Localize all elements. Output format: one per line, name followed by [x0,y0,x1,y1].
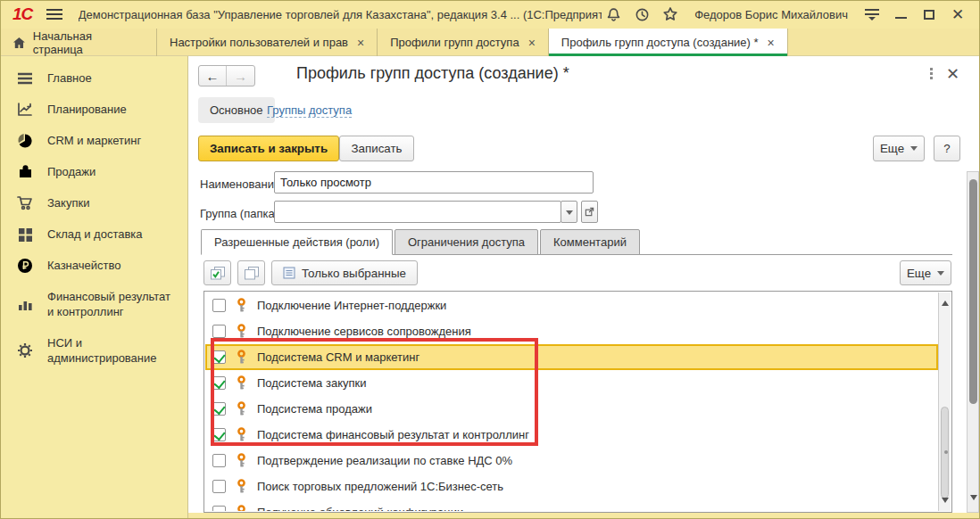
bar-chart-icon [16,297,34,311]
close-tab-icon[interactable]: × [357,36,364,50]
role-checkbox[interactable] [212,506,226,511]
sidebar-item-admin[interactable]: НСИ и администрирование [0,327,187,374]
sidebar-item-main[interactable]: Главное [0,62,187,94]
role-row-selected[interactable]: Подсистема CRM и маркетинг [205,344,938,370]
scroll-down-icon[interactable] [970,495,977,504]
roles-list: Подключение Интернет-поддержки Подключен… [203,291,952,513]
role-label: Подтверждение реализации по ставке НДС 0… [257,454,512,467]
main-menu-icon[interactable] [46,9,62,20]
service-menu-icon[interactable] [860,4,884,24]
save-and-close-button[interactable]: Записать и закрыть [198,136,339,161]
tab-allowed-actions[interactable]: Разрешенные действия (роли) [201,229,393,255]
group-input[interactable] [274,201,561,223]
role-checkbox[interactable] [212,402,226,416]
close-tab-icon[interactable]: × [528,36,536,50]
role-label: Подсистема продажи [257,402,372,416]
tab-comment[interactable]: Комментарий [540,229,640,255]
more-kebab-icon[interactable] [925,68,937,84]
role-checkbox[interactable] [212,325,226,338]
role-checkbox[interactable] [212,480,226,493]
window-titlebar: 1С Демонстрационная база "Управление тор… [0,0,980,29]
role-label: Подключение Интернет-поддержки [257,299,446,312]
tab-access-profile-new[interactable]: Профиль групп доступа (создание) * × [549,29,788,56]
scroll-up-icon[interactable] [942,297,949,306]
key-icon [236,375,247,391]
menu-lines-icon [16,72,34,85]
role-row[interactable]: Подтверждение реализации по ставке НДС 0… [205,448,938,474]
forward-button[interactable]: → [227,66,254,86]
home-icon [12,37,26,49]
open-form-icon [585,207,594,217]
bag-icon [16,164,34,179]
favorites-star-icon[interactable] [659,4,682,24]
key-icon [236,427,247,442]
role-row[interactable]: Подсистема продажи [205,396,938,422]
close-window-button[interactable]: ✕ [946,4,969,24]
role-label: Подсистема закупки [257,376,366,390]
list-scrollbar-thumb[interactable] [941,407,949,498]
minimize-button[interactable] [889,4,912,24]
key-icon [236,453,247,468]
tab-access-restrictions[interactable]: Ограничения доступа [394,229,538,255]
scroll-down-icon[interactable] [942,498,949,507]
tab-access-profiles[interactable]: Профили групп доступа × [378,29,549,56]
group-open-button[interactable] [581,201,598,223]
key-icon [236,324,247,339]
save-button[interactable]: Записать [339,136,414,161]
access-groups-link[interactable]: Группы доступа [267,103,352,118]
list-icon [283,267,295,279]
pie-chart-icon [16,133,34,149]
list-scrollbar[interactable] [938,292,951,511]
role-row[interactable]: Поиск торговых предложений 1С:Бизнес-сет… [205,474,938,499]
form-scrollbar[interactable] [967,171,979,513]
only-selected-button[interactable]: Только выбранные [271,260,418,285]
uncheck-all-button[interactable] [237,260,265,285]
back-button[interactable]: ← [199,66,227,86]
planning-chart-icon [16,102,34,118]
close-tab-icon[interactable]: × [768,36,775,50]
role-row[interactable]: Подсистема финансовый результат и контро… [205,422,938,448]
sidebar-item-crm[interactable]: CRM и маркетинг [0,125,187,156]
role-row[interactable]: Подсистема закупки [205,370,938,396]
name-input[interactable] [274,171,594,194]
sidebar-item-finance[interactable]: Финансовый результат и контроллинг [0,281,187,327]
current-user[interactable]: Федоров Борис Михайлович [694,8,848,21]
history-nav-buttons: ← → [198,65,255,86]
role-checkbox[interactable] [212,350,226,364]
close-form-icon[interactable]: ✕ [946,64,959,84]
role-row[interactable]: Подключение Интернет-поддержки [205,292,938,318]
role-label: Подключение сервисов сопровождения [257,325,471,338]
roles-rows: Подключение Интернет-поддержки Подключен… [205,292,938,511]
nav-main-chip[interactable]: Основное [198,97,275,123]
name-field-label: Наименование: [200,177,284,191]
notifications-bell-icon[interactable] [602,4,625,24]
form-more-button[interactable]: Еще [873,136,925,161]
role-row[interactable]: Получение обновлений конфигурации [205,499,938,511]
grid-icon [16,227,34,242]
sections-sidebar: Главное Планирование CRM и маркетинг Про… [0,56,188,519]
role-checkbox[interactable] [212,454,226,467]
open-windows-tabbar: Начальная страница Настройки пользовател… [0,29,980,56]
sidebar-item-warehouse[interactable]: Склад и доставка [0,218,187,250]
group-dropdown-button[interactable] [561,201,577,223]
role-checkbox[interactable] [212,376,226,390]
sidebar-item-treasury[interactable]: Казначейство [0,250,187,281]
sidebar-item-purchases[interactable]: Закупки [0,187,187,218]
role-row[interactable]: Подключение сервисов сопровождения [205,318,938,344]
sidebar-item-sales[interactable]: Продажи [0,156,187,187]
tab-user-settings[interactable]: Настройки пользователей и прав × [157,29,378,56]
maximize-button[interactable] [918,4,941,24]
list-more-button[interactable]: Еще [900,260,951,285]
history-icon[interactable] [630,4,653,24]
chevron-down-icon [937,271,944,279]
role-checkbox[interactable] [212,428,226,441]
role-checkbox[interactable] [212,299,226,312]
role-label: Подсистема CRM и маркетинг [257,350,419,364]
help-button[interactable]: ? [934,136,960,161]
sidebar-item-planning[interactable]: Планирование [0,94,187,125]
form-scrollbar-thumb[interactable] [969,179,977,404]
tab-home[interactable]: Начальная страница [0,29,157,56]
page-title: Профиль групп доступа (создание) * [296,64,569,83]
check-all-button[interactable] [203,260,231,285]
key-icon [236,298,247,313]
